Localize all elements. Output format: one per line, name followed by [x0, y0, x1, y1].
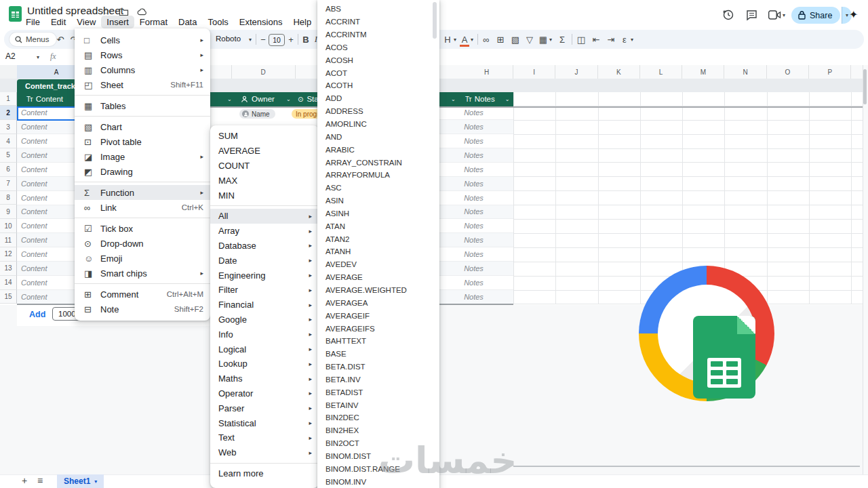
function-list-item[interactable]: AVERAGE.WEIGHTED [317, 284, 439, 297]
version-history-icon[interactable] [722, 8, 735, 22]
column-header[interactable]: J [555, 65, 597, 79]
table-views-caret[interactable]: ▾ [548, 33, 553, 46]
row-header[interactable]: 15 [0, 290, 17, 304]
function-list-item[interactable]: ATAN [317, 220, 439, 232]
function-category-item[interactable]: Engineering▸ [210, 268, 319, 283]
notes-cell[interactable]: Notes [434, 134, 513, 148]
insert-menu-item-link[interactable]: ∞LinkCtrl+K [75, 200, 210, 215]
text-direction-ltr-icon[interactable]: ⇥ [605, 33, 617, 46]
insert-menu-item-cells[interactable]: □Cells▸ [75, 33, 210, 47]
function-list-item[interactable]: ACOTH [317, 79, 439, 92]
notes-menu-chevron[interactable]: ⌄ [505, 96, 510, 102]
row-header[interactable]: 6 [0, 163, 17, 177]
insert-menu-item-drawing[interactable]: ◩Drawing [75, 164, 210, 179]
header-cell-notes[interactable]: Tт Notes ⌄ [465, 92, 509, 106]
merge-cells-icon[interactable]: H [442, 33, 453, 46]
row-header[interactable]: 12 [0, 247, 17, 262]
row-header[interactable]: 4 [0, 134, 17, 148]
insert-menu-item-comment[interactable]: ⊞CommentCtrl+Alt+M [75, 287, 210, 302]
function-category-item[interactable]: Financial▸ [210, 298, 319, 312]
function-list-item[interactable]: ARABIC [317, 143, 439, 156]
menus-search-button[interactable]: Menus [9, 33, 56, 46]
insert-link-icon[interactable]: ∞ [480, 33, 492, 46]
notes-cell[interactable]: Notes [434, 106, 513, 121]
notes-cell[interactable]: Notes [434, 148, 513, 163]
function-category-item[interactable]: Filter▸ [210, 283, 319, 298]
insert-menu-item-drop-down[interactable]: ⊙Drop-down [75, 236, 210, 251]
insert-menu-item-sheet[interactable]: ◰SheetShift+F11 [75, 77, 210, 92]
insert-menu-item-tick-box[interactable]: ☑Tick box [75, 221, 210, 236]
functions-scrollbar-thumb[interactable] [433, 2, 437, 39]
font-size-input[interactable]: 10 [269, 34, 285, 46]
select-all-corner[interactable] [0, 65, 18, 79]
menubar-item[interactable]: Edit [45, 16, 71, 28]
menubar-item[interactable]: View [71, 16, 101, 28]
notes-cell[interactable]: Notes [434, 177, 513, 191]
notes-cell[interactable]: Notes [434, 247, 513, 262]
function-list-item[interactable]: ACCRINTM [317, 28, 439, 41]
menubar-item[interactable]: Data [173, 16, 202, 28]
menubar-item[interactable]: Format [134, 16, 173, 28]
notes-cell[interactable]: Notes [434, 120, 513, 134]
decrease-font-icon[interactable]: − [259, 33, 267, 46]
function-quick-item[interactable]: MAX [210, 173, 319, 188]
function-quick-item[interactable]: MIN [210, 188, 319, 203]
function-list-item[interactable]: AND [317, 130, 439, 143]
share-button[interactable]: Share [791, 7, 840, 24]
meet-dropdown-caret[interactable]: ▾ [783, 12, 785, 18]
function-category-item[interactable]: Database▸ [210, 239, 319, 253]
function-list-item[interactable]: ABS [317, 3, 439, 16]
insert-comment-icon[interactable]: ⊞ [494, 33, 507, 46]
text-color-icon[interactable]: A [460, 34, 469, 47]
function-list-item[interactable]: BETA.DIST [317, 361, 439, 373]
function-list-item[interactable]: AMORLINC [317, 118, 439, 131]
function-list-item[interactable]: AVEDEV [317, 258, 439, 271]
epsilon-tools-icon[interactable]: ε [620, 33, 629, 46]
function-category-item[interactable]: Text▸ [210, 430, 319, 445]
function-list-item[interactable]: ACOS [317, 41, 439, 54]
header-chevron[interactable]: ⌄ [451, 92, 456, 106]
insert-menu-item-chart[interactable]: ▧Chart [75, 119, 210, 134]
column-header[interactable]: K [598, 65, 640, 79]
row-header[interactable]: 5 [0, 148, 17, 163]
merge-horizontal-icon[interactable]: ◫ [575, 33, 587, 46]
function-list-item[interactable]: AVERAGE [317, 271, 439, 284]
menubar-item[interactable]: Insert [101, 16, 134, 28]
sheet-tab-caret[interactable]: ▾ [94, 479, 97, 485]
column-header[interactable]: O [767, 65, 809, 79]
row-header[interactable]: 10 [0, 219, 17, 233]
function-list-item[interactable]: BASE [317, 348, 439, 361]
undo-icon[interactable]: ↶ [54, 33, 66, 46]
header-chevron[interactable]: ⌄ [227, 92, 232, 106]
insert-menu-item-rows[interactable]: ▤Rows▸ [75, 47, 210, 62]
insert-menu-item-emoji[interactable]: ☺Emoji [75, 251, 210, 266]
move-folder-icon[interactable] [119, 7, 129, 16]
function-list-item[interactable]: ATAN2 [317, 232, 439, 245]
functions-sigma-icon[interactable]: Σ [556, 33, 568, 46]
column-header-d[interactable]: D [231, 65, 295, 79]
notes-cell[interactable]: Notes [434, 191, 513, 205]
row-header[interactable]: 13 [0, 262, 17, 276]
function-category-item[interactable]: Parser▸ [210, 401, 319, 415]
menubar-item[interactable]: Tools [202, 16, 233, 28]
horizontal-scrollbar[interactable] [513, 466, 860, 467]
insert-menu-item-function[interactable]: ΣFunction▸ [75, 185, 210, 200]
name-box-caret[interactable]: ▾ [37, 54, 39, 60]
function-list-item[interactable]: AVERAGEIF [317, 309, 439, 322]
vertical-scrollbar[interactable] [863, 65, 868, 474]
add-sheet-icon[interactable]: + [22, 475, 27, 486]
notes-cell[interactable]: Notes [434, 262, 513, 276]
text-color-caret[interactable]: ▾ [469, 33, 475, 46]
notes-cell[interactable]: Notes [434, 233, 513, 247]
add-rows-button[interactable]: Add [29, 310, 45, 319]
function-category-item[interactable]: Array▸ [210, 224, 319, 239]
function-list-item[interactable]: ATANH [317, 245, 439, 258]
function-quick-item[interactable]: COUNT [210, 159, 319, 174]
function-category-item[interactable]: Info▸ [210, 327, 319, 342]
function-quick-item[interactable]: SUM [210, 129, 319, 144]
column-header[interactable]: I [513, 65, 555, 79]
function-list-item[interactable]: ADD [317, 92, 439, 105]
function-list-item[interactable]: BIN2DEC [317, 411, 439, 424]
merge-dropdown-caret[interactable]: ▾ [452, 33, 458, 46]
column-header[interactable]: N [724, 65, 766, 79]
